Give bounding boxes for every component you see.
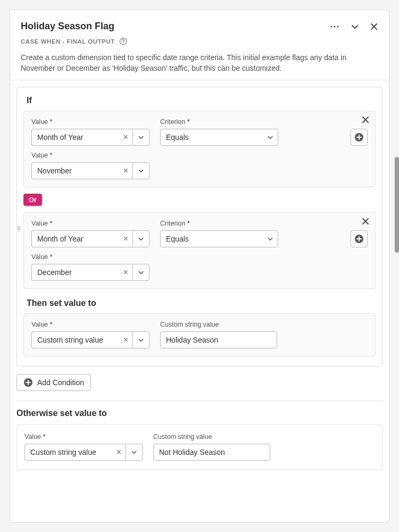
criterion-text: Equals bbox=[166, 235, 189, 243]
then-value-type-text: Custom string value bbox=[37, 336, 103, 344]
add-criterion-button[interactable] bbox=[351, 129, 368, 146]
then-card: Value * Custom string value × C bbox=[23, 313, 376, 356]
if-heading: If bbox=[27, 96, 376, 105]
clear-icon[interactable]: × bbox=[123, 167, 128, 175]
otherwise-value-type-combo[interactable]: Custom string value × bbox=[24, 444, 143, 461]
criterion-text: Equals bbox=[166, 133, 189, 142]
if-block: If Value * Month of Year × bbox=[16, 87, 383, 367]
custom-string-label: Custom string value bbox=[153, 433, 270, 440]
remove-condition-icon[interactable] bbox=[361, 115, 370, 124]
clear-icon[interactable]: × bbox=[123, 235, 128, 243]
otherwise-card: Value * Custom string value × Custom str… bbox=[16, 425, 383, 470]
otherwise-custom-string-input[interactable] bbox=[153, 444, 270, 461]
value-label: Value * bbox=[31, 219, 149, 227]
value-dimension-combo[interactable]: Month of Year × bbox=[31, 230, 149, 247]
svg-point-4 bbox=[122, 43, 123, 44]
add-condition-label: Add Condition bbox=[37, 378, 84, 387]
help-icon[interactable] bbox=[119, 37, 127, 45]
value-label: Value * bbox=[31, 118, 149, 126]
section-divider bbox=[16, 401, 383, 401]
condition-card: Value * Month of Year × Criteri bbox=[23, 111, 376, 187]
chevron-down-icon[interactable] bbox=[132, 129, 149, 146]
chevron-down-icon[interactable] bbox=[132, 264, 149, 281]
value-literal-text: December bbox=[37, 268, 72, 277]
chevron-down-icon[interactable] bbox=[132, 230, 149, 247]
svg-point-2 bbox=[337, 26, 338, 27]
value-literal-text: November bbox=[37, 167, 72, 175]
condition-card: Value * Month of Year × bbox=[23, 212, 376, 289]
add-condition-button[interactable]: Add Condition bbox=[16, 374, 91, 391]
description-text: Create a custom dimension tied to specif… bbox=[21, 53, 378, 73]
value-label: Value * bbox=[24, 433, 143, 440]
chevron-down-icon[interactable] bbox=[126, 444, 143, 461]
value-dimension-text: Month of Year bbox=[37, 133, 83, 142]
criterion-label: Criterion * bbox=[160, 219, 278, 227]
remove-condition-icon[interactable] bbox=[361, 217, 370, 226]
then-custom-string-input[interactable] bbox=[160, 331, 277, 348]
chevron-down-icon[interactable] bbox=[351, 22, 359, 31]
criterion-label: Criterion * bbox=[160, 118, 278, 126]
derived-field-panel: Holiday Season Flag CASE WHEN - FINAL OU… bbox=[10, 10, 389, 522]
clear-icon[interactable]: × bbox=[117, 448, 121, 456]
subtitle-text: CASE WHEN - FINAL OUTPUT bbox=[21, 38, 115, 45]
or-operator-chip[interactable]: Or bbox=[23, 194, 42, 206]
then-value-type-combo[interactable]: Custom string value × bbox=[31, 331, 149, 348]
value-dimension-text: Month of Year bbox=[37, 235, 83, 243]
subtitle: CASE WHEN - FINAL OUTPUT bbox=[21, 37, 378, 45]
panel-header: Holiday Season Flag CASE WHEN - FINAL OU… bbox=[10, 10, 389, 80]
value-dimension-combo[interactable]: Month of Year × bbox=[31, 129, 149, 146]
value-label: Value * bbox=[31, 151, 149, 159]
otherwise-heading: Otherwise set value to bbox=[16, 409, 383, 418]
scrollbar[interactable] bbox=[395, 157, 399, 253]
criterion-select[interactable]: Equals bbox=[160, 230, 278, 247]
custom-string-label: Custom string value bbox=[160, 321, 277, 328]
chevron-down-icon[interactable] bbox=[132, 331, 149, 348]
then-heading: Then set value to bbox=[27, 298, 376, 308]
page-title: Holiday Season Flag bbox=[21, 21, 329, 32]
value-label: Value * bbox=[31, 320, 149, 328]
svg-point-1 bbox=[334, 26, 335, 27]
chevron-down-icon[interactable] bbox=[132, 162, 149, 179]
add-criterion-button[interactable] bbox=[351, 230, 368, 247]
svg-point-0 bbox=[330, 26, 332, 27]
drag-handle-icon[interactable]: ⠿⠿ bbox=[17, 227, 22, 231]
more-icon[interactable] bbox=[329, 21, 340, 32]
value-literal-combo[interactable]: November × bbox=[31, 162, 149, 179]
clear-icon[interactable]: × bbox=[123, 133, 128, 142]
clear-icon[interactable]: × bbox=[123, 336, 128, 344]
value-literal-combo[interactable]: December × bbox=[31, 264, 149, 281]
otherwise-value-type-text: Custom string value bbox=[30, 448, 96, 456]
close-icon[interactable] bbox=[370, 22, 378, 31]
clear-icon[interactable]: × bbox=[123, 268, 128, 277]
criterion-select[interactable]: Equals bbox=[160, 129, 278, 146]
value-label: Value * bbox=[31, 253, 149, 261]
